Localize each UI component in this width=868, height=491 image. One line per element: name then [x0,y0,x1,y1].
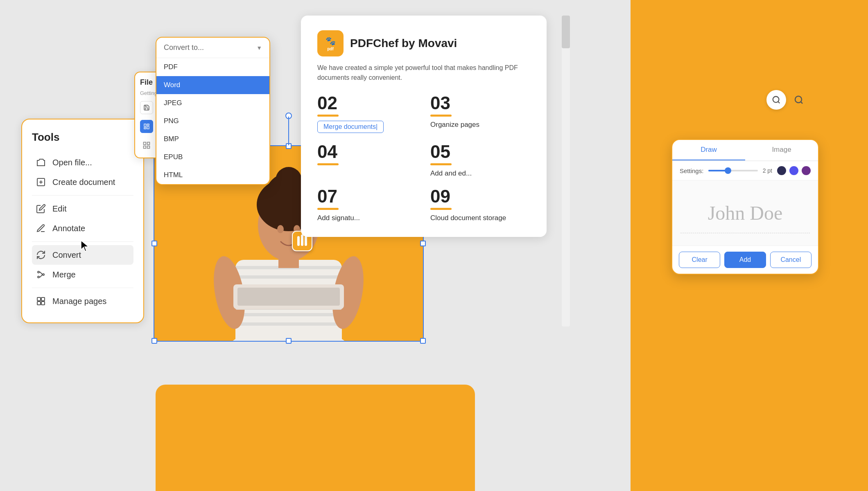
svg-rect-6 [37,297,41,301]
handle-bottom-right[interactable] [420,338,426,344]
feature-07-bar [317,208,339,210]
scrollbar-thumb[interactable] [562,16,570,48]
handle-bottom-left[interactable] [151,338,157,344]
sig-add-button[interactable]: Add [724,252,766,268]
sig-slider[interactable] [708,170,757,171]
sig-slider-thumb[interactable] [725,167,731,174]
dropdown-arrow-icon: ▼ [256,45,262,51]
tool-divider-3 [32,288,133,288]
create-document-icon [35,176,47,188]
pdfchef-panel: 🐾 pdf PDFChef by Movavi We have created … [301,16,547,237]
open-file-icon [35,157,47,168]
sig-slider-fill [708,170,726,171]
search-circle-button[interactable] [766,90,786,110]
svg-rect-14 [144,128,146,129]
handle-right-middle[interactable] [420,241,426,246]
tool-manage-pages[interactable]: Manage pages [32,291,133,311]
sig-signature-text: John Doe [708,202,783,224]
convert-option-bmp[interactable]: BMP [156,130,269,148]
convert-option-word[interactable]: Word [156,76,269,94]
signature-panel: Draw Image Settings: 2 pt John Doe Clear… [671,139,819,275]
tools-panel-title: Tools [32,131,133,144]
svg-rect-13 [147,126,149,129]
feature-04-number: 04 [317,143,417,161]
feature-02-number: 02 [317,94,417,112]
convert-option-epub[interactable]: EPUB [156,148,269,166]
feature-07-number: 07 [317,187,417,205]
convert-select-label: Convert to... [164,43,204,52]
search-icon-2[interactable] [789,90,809,110]
svg-rect-7 [41,297,45,301]
manage-pages-icon [35,295,47,307]
feature-07-label: Add signatu... [317,214,417,222]
sig-settings: Settings: 2 pt [672,161,818,180]
sig-baseline [680,233,810,233]
sig-cancel-button[interactable]: Cancel [770,252,811,268]
feature-09-number: 09 [430,187,530,205]
convert-option-pdf[interactable]: PDF [156,58,269,76]
tool-annotate[interactable]: Annotate [32,218,133,238]
tool-divider-1 [32,195,133,196]
feature-03: 03 Organize pages [430,94,530,133]
tools-panel: Tools Open file... Create document Edit … [21,119,144,323]
sig-settings-label: Settings: [680,167,703,174]
convert-option-jpeg[interactable]: JPEG [156,94,269,112]
svg-rect-12 [147,124,149,125]
scrollbar[interactable] [562,16,570,327]
pdfchef-description: We have created a simple yet powerful to… [317,63,530,83]
merge-documents-button[interactable]: Merge documents| [317,121,384,133]
view-icon-btn[interactable] [140,120,153,133]
feature-04-bar [317,163,339,165]
svg-rect-18 [147,146,150,149]
feature-05-bar [430,163,452,165]
convert-select-trigger[interactable]: Convert to... ▼ [156,38,269,58]
feature-03-bar [430,115,452,117]
handle-bottom-middle[interactable] [286,338,292,344]
sig-color-purple[interactable] [802,166,811,175]
merge-icon [35,269,47,280]
feature-05: 05 Add and ed... [430,143,530,178]
sig-clear-button[interactable]: Clear [679,252,720,268]
feature-02-bar [317,115,339,117]
convert-option-html[interactable]: HTML [156,166,269,184]
sig-pt-value: 2 pt [763,167,772,174]
tool-merge[interactable]: Merge [32,265,133,284]
edit-icon [35,203,47,214]
svg-rect-11 [144,124,146,126]
svg-line-47 [801,102,802,104]
pdfchef-logo: 🐾 pdf [317,30,344,56]
tool-convert[interactable]: Convert [32,245,133,265]
connector-line [288,117,289,145]
sig-canvas[interactable]: John Doe [672,180,818,246]
sig-buttons: Clear Add Cancel [672,246,818,274]
svg-rect-16 [147,142,150,145]
tool-edit[interactable]: Edit [32,199,133,218]
feature-09: 09 Cloud document storage [430,187,530,222]
handle-left-middle[interactable] [151,241,157,246]
feature-09-bar [430,208,452,210]
sig-tab-draw[interactable]: Draw [672,140,745,160]
sig-tab-image[interactable]: Image [745,140,818,160]
orange-bg-bottom [156,385,475,491]
convert-option-png[interactable]: PNG [156,112,269,130]
grid-icon-btn[interactable] [140,139,153,152]
features-grid: 02 Merge documents| 03 Organize pages 04… [317,94,530,222]
sig-tabs: Draw Image [672,140,818,161]
tool-create-document[interactable]: Create document [32,172,133,192]
svg-rect-43 [305,236,307,246]
sig-color-blue[interactable] [789,166,798,175]
feature-05-number: 05 [430,143,530,161]
svg-rect-41 [297,236,300,246]
svg-rect-15 [144,142,146,145]
sig-color-dark[interactable] [777,166,786,175]
feature-02: 02 Merge documents| [317,94,417,133]
save-icon-btn[interactable] [140,101,153,114]
tool-open-file[interactable]: Open file... [32,153,133,172]
svg-point-3 [38,271,39,273]
svg-rect-9 [41,302,45,305]
svg-rect-17 [144,146,146,149]
svg-point-44 [773,97,779,103]
convert-dropdown: Convert to... ▼ PDF Word JPEG PNG BMP EP… [156,37,270,185]
svg-point-4 [38,276,39,278]
feature-03-number: 03 [430,94,530,112]
